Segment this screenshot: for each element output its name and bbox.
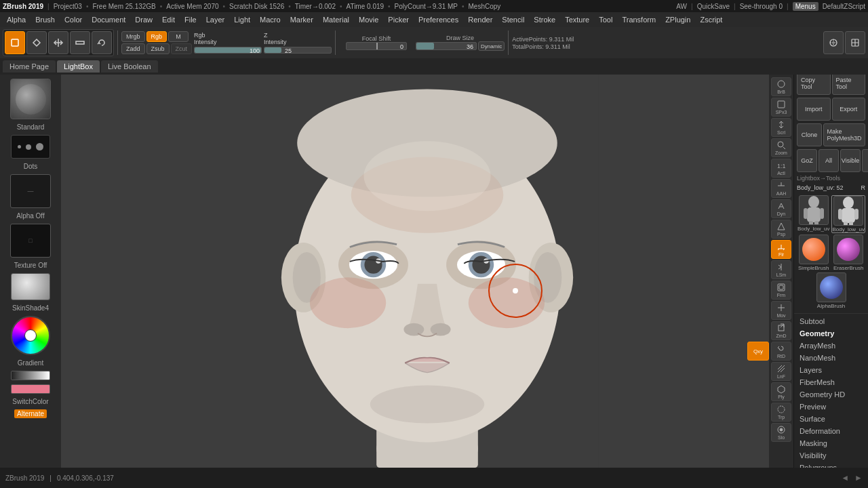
- linefill-btn[interactable]: LnF: [771, 362, 791, 381]
- rotated-btn[interactable]: RtD: [771, 342, 791, 361]
- clone-btn[interactable]: Clone: [797, 123, 822, 146]
- m-btn[interactable]: M: [168, 31, 189, 42]
- spix-btn[interactable]: SPx3: [771, 98, 791, 117]
- rgb-btn[interactable]: Rgb: [146, 31, 167, 42]
- tool-item-nanomesh[interactable]: NanoMesh: [794, 352, 868, 364]
- bottom-scroll-left[interactable]: ◄: [841, 473, 849, 483]
- menu-file[interactable]: File: [180, 14, 201, 25]
- tab-live-boolean[interactable]: Live Boolean: [101, 60, 158, 73]
- bottom-scroll-right[interactable]: ►: [854, 473, 863, 483]
- menu-color[interactable]: Color: [60, 14, 86, 25]
- tool-item-masking[interactable]: Masking: [794, 437, 868, 449]
- brush-cell-alpha[interactable]: AlphaBrush: [797, 272, 865, 309]
- menu-light[interactable]: Light: [230, 14, 254, 25]
- tool-item-geometry[interactable]: Geometry: [794, 327, 868, 340]
- move-btn[interactable]: [48, 31, 68, 54]
- menu-document[interactable]: Document: [87, 14, 130, 25]
- zsub-btn[interactable]: Zsub: [146, 43, 170, 54]
- tool-item-deformation[interactable]: Deformation: [794, 425, 868, 437]
- scroll-btn[interactable]: Scrl: [771, 118, 791, 137]
- dynamic-icon-btn[interactable]: Dyn: [771, 199, 791, 218]
- zoomd-btn[interactable]: ZmD: [771, 321, 791, 340]
- default-zscript[interactable]: DefaultZScript: [823, 3, 865, 10]
- qxyz-btn[interactable]: Qxy: [747, 342, 769, 361]
- menu-texture[interactable]: Texture: [561, 14, 593, 25]
- dynamic-btn[interactable]: Dynamic: [478, 41, 505, 51]
- r-btn[interactable]: R: [862, 149, 868, 172]
- symmetry-btn[interactable]: [823, 31, 844, 54]
- draw-size-slider[interactable]: 36: [416, 42, 477, 50]
- tool-item-subtool[interactable]: Subtool: [794, 315, 868, 327]
- menu-brush[interactable]: Brush: [31, 14, 59, 25]
- menu-render[interactable]: Render: [464, 14, 496, 25]
- z-intensity-slider[interactable]: 25: [264, 47, 332, 54]
- brb-btn[interactable]: BrB: [771, 77, 791, 96]
- draw-btn[interactable]: [5, 31, 25, 54]
- tool-item-layers[interactable]: Layers: [794, 364, 868, 376]
- menu-stroke[interactable]: Stroke: [530, 14, 559, 25]
- current-color[interactable]: [11, 384, 50, 394]
- aahalf-btn[interactable]: AAH: [771, 179, 791, 198]
- zcut-btn[interactable]: Zcut: [171, 43, 193, 54]
- menu-macro[interactable]: Macro: [256, 14, 285, 25]
- menu-marker[interactable]: Marker: [286, 14, 317, 25]
- import-top-btn[interactable]: Import: [797, 98, 831, 121]
- poly-btn[interactable]: Ply: [771, 382, 791, 401]
- menu-edit[interactable]: Edit: [158, 14, 179, 25]
- alternate-label[interactable]: Alternate: [14, 409, 47, 418]
- texture-box[interactable]: □: [10, 224, 51, 258]
- menu-stencil[interactable]: Stencil: [498, 14, 528, 25]
- mrgb-btn[interactable]: Mrgb: [121, 31, 145, 42]
- tool-item-fibermesh[interactable]: FiberMesh: [794, 376, 868, 388]
- brush-cell-body1[interactable]: Body_low_uv: [797, 195, 830, 233]
- erase-btn[interactable]: [26, 31, 47, 54]
- alpha-box[interactable]: —: [10, 174, 51, 208]
- menu-transform[interactable]: Transform: [618, 14, 660, 25]
- menu-zscript[interactable]: Zscript: [696, 14, 726, 25]
- solo-btn[interactable]: Slo: [771, 423, 791, 442]
- see-through[interactable]: See-through 0: [740, 3, 783, 10]
- rgb-intensity-slider[interactable]: 100: [194, 47, 262, 54]
- canvas-area[interactable]: [61, 75, 793, 468]
- tab-home[interactable]: Home Page: [3, 60, 56, 73]
- tool-item-geometryhd[interactable]: Geometry HD: [794, 388, 868, 401]
- dots-preview[interactable]: [11, 135, 50, 159]
- tool-item-surface[interactable]: Surface: [794, 413, 868, 425]
- zadd-btn[interactable]: Zadd: [121, 43, 145, 54]
- gradient-strip[interactable]: [11, 371, 50, 380]
- tool-item-visibility[interactable]: Visibility: [794, 449, 868, 462]
- menu-tool[interactable]: Tool: [595, 14, 616, 25]
- lsym-btn[interactable]: LSm: [771, 260, 791, 279]
- all-btn[interactable]: All: [818, 149, 839, 172]
- visible-btn[interactable]: Visible: [840, 149, 861, 172]
- tab-lightbox[interactable]: LightBox: [57, 60, 100, 73]
- menu-alpha[interactable]: Alpha: [3, 14, 30, 25]
- zoom-btn[interactable]: Zoom: [771, 138, 791, 157]
- tool-item-arraymesh[interactable]: ArrayMesh: [794, 340, 868, 352]
- actual-btn[interactable]: 1:1 Actl: [771, 159, 791, 178]
- menu-material[interactable]: Material: [319, 14, 353, 25]
- menu-preferences[interactable]: Preferences: [414, 14, 462, 25]
- frame-btn[interactable]: Frm: [771, 281, 791, 300]
- tool-item-preview[interactable]: Preview: [794, 401, 868, 413]
- brush-cell-simple[interactable]: SimpleBrush: [797, 235, 830, 271]
- menu-movie[interactable]: Movie: [355, 14, 382, 25]
- export-top-btn[interactable]: Export: [832, 98, 866, 121]
- goz-btn[interactable]: GoZ: [797, 149, 817, 172]
- floor-btn[interactable]: Flr: [771, 240, 791, 259]
- brush-cell-eraser[interactable]: EraserBrush: [831, 235, 865, 271]
- rotate-btn[interactable]: [92, 31, 112, 54]
- skin-shade-thumb[interactable]: [11, 273, 50, 300]
- menus-btn[interactable]: Menus: [793, 2, 818, 11]
- menu-picker[interactable]: Picker: [384, 14, 413, 25]
- scale-btn[interactable]: [70, 31, 90, 54]
- persp-btn[interactable]: Psp: [771, 220, 791, 239]
- move-icon-btn[interactable]: Mov: [771, 301, 791, 320]
- make-polymesh-btn[interactable]: Make PolyMesh3D: [823, 123, 865, 146]
- copy-tool-btn[interactable]: Copy Tool: [797, 72, 831, 95]
- quicksave-btn[interactable]: QuickSave: [697, 3, 730, 10]
- focal-shift-slider[interactable]: 0: [346, 42, 407, 50]
- menu-layer[interactable]: Layer: [202, 14, 229, 25]
- brush-cell-body2[interactable]: Body_low_uv: [831, 195, 865, 233]
- menu-zplugin[interactable]: ZPlugin: [661, 14, 694, 25]
